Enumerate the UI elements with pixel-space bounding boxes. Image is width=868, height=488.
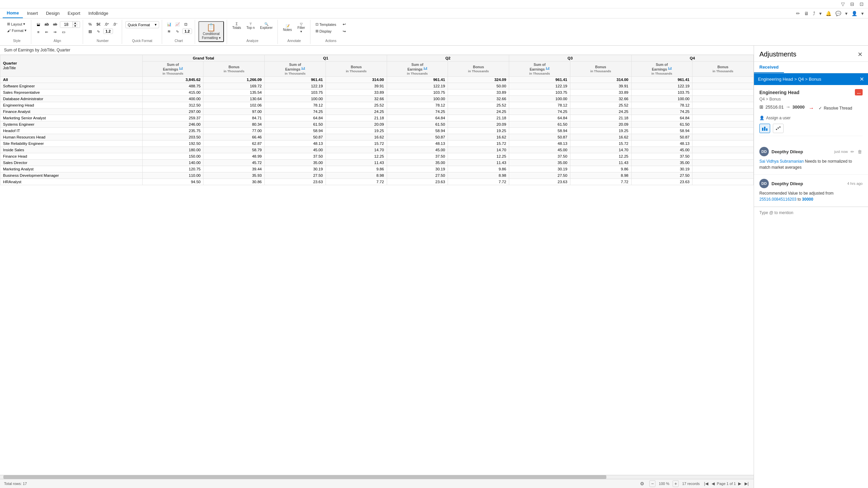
share-icon[interactable]: ⤴ [811,10,817,17]
prev-page-btn[interactable]: ◀ [711,481,716,486]
red-arrow-icon: → [808,105,814,111]
assign-icon: 👤 [760,116,765,120]
chart-line2-btn[interactable]: 📈 [174,21,181,27]
actions-group-label: Actions [325,39,336,43]
three-dots-btn[interactable]: ... [855,89,863,95]
thread-content: Engineering Head ... Q4 > Bonus ⊞ 25516.… [754,85,868,143]
totals-btn[interactable]: Σ Totals [230,21,243,31]
tab-design[interactable]: Design [42,9,64,18]
table-row: Engineering Head312.50102.0678.1225.5278… [0,102,754,108]
font-size-up[interactable]: ▲ [72,22,78,25]
thread-close-btn[interactable]: ✕ [860,76,864,82]
panel-close-btn[interactable]: ✕ [858,51,863,58]
layout-button[interactable]: ⊞ Layout ▾ [5,21,27,27]
chat-icon[interactable]: 💬 [834,10,843,17]
indent-right-btn[interactable]: ⇒ [52,29,59,35]
layout-row: ⊞ Layout ▾ [5,21,28,27]
q3-header: Q3 [509,55,631,62]
comment-author-link[interactable]: Sai Vidhya Subramanian [760,159,804,164]
next-page-btn[interactable]: ▶ [737,481,742,486]
tab-home[interactable]: Home [3,8,23,18]
scrollbar-thumb[interactable] [3,475,607,479]
comment-text-1: Sai Vidhya Subramanian Needs to be norma… [760,158,863,170]
filter-dropdown: ▾ [300,30,302,33]
page-nav: |◀ ◀ Page 1 of 1 ▶ ▶| [703,481,750,486]
settings-icon[interactable]: ⚙ [638,480,646,487]
resolve-thread-btn[interactable]: ✓ Resolve Thread [818,106,852,110]
conditional-controls: 📋 ConditionalFormatting ▾ [198,21,224,42]
window-maximize-icon[interactable]: ⊡ [858,1,865,7]
user-icon[interactable]: 👤 [850,10,859,17]
zoom-in-btn[interactable]: + [673,480,679,487]
thread-subtitle: Q4 > Bonus [760,97,863,101]
table-row: Software Engineer488.75169.72122.1939.91… [0,83,754,89]
window-minimize-icon[interactable]: ⊟ [848,1,856,7]
templates-btn[interactable]: ⊡ Templates [314,22,338,27]
edit-icon[interactable]: ✏ [794,10,802,17]
zoom-out-btn[interactable]: − [649,480,655,487]
dropdown2-icon[interactable]: ▾ [843,10,849,17]
quick-format-dropdown[interactable]: Quick Format ▾ [125,21,159,28]
scatter-chart-icon-btn[interactable] [773,124,783,133]
tab-infobridge[interactable]: InfoBridge [85,9,112,18]
table-row: Finance Analyst297.0097.0074.2524.2574.2… [0,108,754,115]
chart-type-btn[interactable]: 📊 [165,21,173,27]
last-page-btn[interactable]: ▶| [744,481,750,486]
chart-wave-btn[interactable]: ∿ [174,28,181,34]
conditional-formatting-btn[interactable]: 📋 ConditionalFormatting ▾ [198,21,224,42]
comment-link-2[interactable]: 30000 [802,197,813,202]
table-row: Systems Engineer246.0080.3461.5020.0961.… [0,121,754,127]
assign-user-btn[interactable]: 👤 Assign a user [760,116,790,120]
topn-btn[interactable]: ⊤ Top n [245,21,257,31]
tab-insert[interactable]: Insert [23,9,42,18]
panel-header: Adjustments ✕ [754,46,868,62]
mention-input[interactable] [754,207,868,219]
indent-left-btn[interactable]: ⇐ [43,29,51,35]
tab-export[interactable]: Export [64,9,85,18]
monitor-icon[interactable]: 🖥 [802,10,810,17]
totals-label: Totals [232,26,241,30]
bar-chart-icon-btn[interactable] [760,124,770,133]
chart-line-btn[interactable]: ∿ [95,28,102,34]
decrease-decimal-btn[interactable]: .0⁻ [112,21,119,27]
chart-config-btn[interactable]: ≋ [165,28,173,34]
edit-comment-1-btn[interactable]: ✏ [850,149,855,154]
ribbon-tabs: Home Insert Design Export InfoBridge ✏ 🖥… [0,8,868,19]
percent-btn[interactable]: % [87,21,94,27]
dropdown-icon[interactable]: ▾ [817,10,823,17]
ribbon-content: ⊞ Layout ▾ 🖌 Format ▾ [0,19,868,45]
redo-btn[interactable]: ↪ [341,28,348,34]
increase-decimal-btn[interactable]: .0⁺ [103,21,111,27]
panel-body: Engineering Head > Q4 > Bonus ✕ Engineer… [754,73,868,488]
delete-comment-1-btn[interactable]: 🗑 [857,149,863,154]
text-strikethrough-btn[interactable]: ab [52,21,59,27]
user-dropdown-icon[interactable]: ▾ [860,10,865,17]
align-left-btn[interactable]: ≡ [35,29,42,35]
comment-link-1[interactable]: 25516.00845116203 [760,197,796,202]
filter-icon[interactable]: ▽ [839,1,846,7]
bell-icon[interactable]: 🔔 [824,10,833,17]
analyze-group-label: Analyze [247,39,259,43]
q4-bonus-subheader: Bonusin Thousands [692,62,754,77]
topn-icon: ⊤ [249,22,252,26]
first-page-btn[interactable]: |◀ [703,481,709,486]
dollar-btn[interactable]: $€ [95,21,102,27]
chart-bar-btn[interactable]: ▤ [87,28,94,34]
format-button[interactable]: 🖌 Format ▾ [5,28,28,33]
explorer-btn[interactable]: 🔍 Explorer [258,21,274,31]
svg-point-5 [779,126,781,128]
notes-btn[interactable]: 📝 Notes [281,23,294,33]
font-size-down[interactable]: ▼ [72,25,78,28]
font-size-input[interactable]: 18 ▲ ▼ [60,21,80,28]
pivot-table-container[interactable]: QuarterJobTitle Grand Total Q1 Q2 Q3 Q4 … [0,55,754,475]
topn-label: Top n [247,26,255,30]
text-bold-btn[interactable]: ab [43,21,51,27]
filter-btn[interactable]: ▽ Filter ▾ [295,21,307,34]
horizontal-scrollbar[interactable] [0,475,754,479]
border-btn[interactable]: ▭ [60,29,67,35]
chart-scatter-btn[interactable]: ⊡ [182,21,190,27]
undo-btn[interactable]: ↩ [341,21,348,27]
display-btn[interactable]: ⊞ Display [314,28,338,34]
align-top-left-btn[interactable]: ⬓ [35,21,42,27]
panel-tab-received[interactable]: Received [754,62,784,73]
